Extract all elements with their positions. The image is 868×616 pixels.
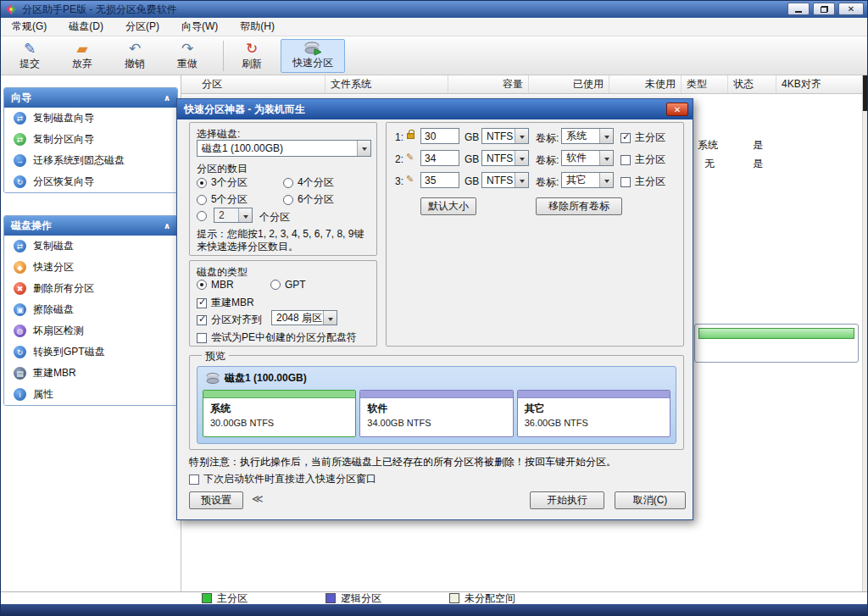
radio-4-partitions[interactable]: 4个分区 — [283, 175, 334, 190]
vertical-scrollbar[interactable] — [862, 75, 868, 591]
checkbox-label[interactable]: 分区对齐到 — [211, 313, 262, 327]
sidebar-item-partition-recovery[interactable]: ↻ 分区恢复向导 — [4, 171, 177, 192]
row2-fs-select[interactable]: NTFS — [481, 150, 529, 166]
scrollbar-thumb[interactable] — [863, 75, 868, 111]
radio-mbr[interactable]: MBR — [197, 279, 234, 291]
radio-icon[interactable] — [197, 195, 207, 205]
row3-vol-select[interactable]: 其它 — [561, 172, 614, 188]
undo-button[interactable]: ↶ 撤销 — [114, 39, 155, 73]
radio-5-partitions[interactable]: 5个分区 — [197, 192, 248, 207]
start-button[interactable]: 开始执行 — [530, 491, 604, 509]
col-4kb-align[interactable]: 4KB对齐 — [776, 75, 844, 93]
radio-icon[interactable] — [283, 178, 293, 188]
checkbox-label[interactable]: 下次启动软件时直接进入快速分区窗口 — [203, 472, 376, 486]
checkbox-icon[interactable] — [197, 298, 207, 308]
align-checkbox[interactable]: 分区对齐到 — [197, 313, 262, 327]
radio-icon[interactable] — [270, 280, 281, 290]
checkbox-icon[interactable] — [197, 315, 207, 325]
next-launch-checkbox[interactable]: 下次启动软件时直接进入快速分区窗口 — [189, 472, 376, 486]
maximize-button[interactable] — [813, 3, 835, 15]
radio-icon[interactable] — [283, 195, 293, 205]
sidebar-item-rebuild-mbr[interactable]: ▤ 重建MBR — [4, 363, 177, 384]
redo-button[interactable]: ↷ 重做 — [167, 39, 208, 73]
col-type[interactable]: 类型 — [682, 75, 728, 93]
sidebar-item-convert-gpt[interactable]: ↻ 转换到GPT磁盘 — [4, 341, 177, 363]
row1-vol-select[interactable]: 系统 — [561, 128, 614, 144]
disk-graph-panel[interactable] — [694, 324, 859, 363]
radio-gpt[interactable]: GPT — [270, 279, 306, 291]
row2-size-input[interactable]: 34 — [420, 150, 459, 166]
checkbox-label[interactable]: 主分区 — [635, 175, 665, 189]
menu-disk[interactable]: 磁盘(D) — [58, 18, 114, 36]
row3-primary-checkbox[interactable]: 主分区 — [620, 175, 665, 189]
sidebar-item-bad-sector-test[interactable]: ◍ 坏扇区检测 — [4, 320, 177, 341]
radio-3-partitions[interactable]: 3个分区 — [197, 175, 248, 190]
sidebar-item-properties[interactable]: i 属性 — [4, 384, 177, 405]
sidebar-item-wipe-disk[interactable]: ▣ 擦除磁盘 — [4, 299, 177, 320]
disk-select[interactable]: 磁盘1 (100.00GB) — [197, 140, 371, 157]
sidebar-item-migrate-os[interactable]: → 迁移系统到固态磁盘 — [4, 150, 177, 171]
quick-partition-button[interactable]: 快速分区 — [281, 39, 345, 73]
close-button[interactable]: ✕ — [838, 3, 864, 15]
wizard-panel-header[interactable]: 向导 ∧ — [4, 88, 177, 108]
col-filesystem[interactable]: 文件系统 — [326, 75, 448, 93]
radio-label[interactable]: 5个分区 — [211, 192, 248, 207]
custom-count-select[interactable]: 2 — [214, 208, 253, 223]
col-used[interactable]: 已使用 — [529, 75, 609, 93]
rebuild-mbr-checkbox[interactable]: 重建MBR — [197, 296, 254, 310]
collapse-icon[interactable]: ∧ — [164, 93, 170, 103]
row1-size-input[interactable]: 30 — [420, 128, 459, 144]
radio-label[interactable]: 6个分区 — [298, 192, 334, 207]
checkbox-label[interactable]: 主分区 — [635, 153, 665, 167]
discard-button[interactable]: ▰ 放弃 — [62, 39, 103, 73]
refresh-button[interactable]: ↻ 刷新 — [231, 39, 272, 73]
sidebar-item-delete-all-partitions[interactable]: ✖ 删除所有分区 — [4, 278, 177, 299]
checkbox-label[interactable]: 主分区 — [635, 130, 665, 145]
pe-assign-checkbox[interactable]: 尝试为PE中创建的分区分配盘符 — [197, 330, 357, 345]
align-select[interactable]: 2048 扇区 — [271, 310, 337, 325]
checkbox-icon[interactable] — [197, 333, 207, 343]
sidebar-item-copy-disk[interactable]: ⇄ 复制磁盘 — [4, 236, 177, 257]
radio-6-partitions[interactable]: 6个分区 — [283, 192, 334, 207]
checkbox-icon[interactable] — [620, 177, 631, 187]
collapse-icon[interactable]: ∧ — [164, 221, 170, 230]
radio-label[interactable]: GPT — [285, 279, 306, 291]
sidebar-item-quick-partition[interactable]: ◆ 快速分区 — [4, 257, 177, 278]
row3-fs-select[interactable]: NTFS — [481, 172, 529, 188]
default-size-button[interactable]: 默认大小 — [420, 197, 476, 215]
dialog-close-button[interactable]: ✕ — [666, 103, 688, 116]
checkbox-label[interactable]: 尝试为PE中创建的分区分配盘符 — [211, 330, 357, 345]
radio-label[interactable]: 3个分区 — [211, 175, 248, 190]
checkbox-icon[interactable] — [620, 155, 631, 165]
preset-button[interactable]: 预设置 — [189, 491, 243, 509]
menu-partition[interactable]: 分区(P) — [114, 18, 170, 36]
menu-help[interactable]: 帮助(H) — [229, 18, 286, 36]
sidebar-item-copy-partition-wizard[interactable]: ⇄ 复制分区向导 — [4, 129, 177, 150]
sidebar-item-copy-disk-wizard[interactable]: ⇄ 复制磁盘向导 — [4, 108, 177, 129]
row1-primary-checkbox[interactable]: 主分区 — [620, 130, 665, 145]
minimize-button[interactable] — [787, 3, 810, 15]
submit-button[interactable]: ✎ 提交 — [9, 39, 50, 73]
checkbox-icon[interactable] — [620, 133, 631, 143]
radio-label[interactable]: MBR — [211, 279, 234, 291]
radio-icon[interactable] — [197, 280, 207, 290]
remove-all-labels-button[interactable]: 移除所有卷标 — [536, 197, 622, 215]
radio-icon[interactable] — [197, 178, 207, 188]
row1-fs-select[interactable]: NTFS — [481, 128, 529, 144]
cancel-button[interactable]: 取消(C) — [615, 491, 686, 509]
radio-custom-count[interactable] — [197, 211, 207, 221]
col-capacity[interactable]: 容量 — [448, 75, 529, 93]
menu-general[interactable]: 常规(G) — [1, 18, 58, 36]
checkbox-label[interactable]: 重建MBR — [211, 296, 254, 310]
checkbox-icon[interactable] — [189, 474, 199, 485]
radio-label[interactable]: 4个分区 — [298, 175, 334, 190]
radio-icon[interactable] — [197, 211, 207, 221]
menu-wizard[interactable]: 向导(W) — [170, 18, 229, 36]
col-status[interactable]: 状态 — [728, 75, 776, 93]
disk-ops-panel-header[interactable]: 磁盘操作 ∧ — [4, 216, 177, 236]
fold-arrows-icon[interactable]: ≪ — [252, 492, 264, 505]
row2-vol-select[interactable]: 软件 — [561, 150, 614, 166]
row3-size-input[interactable]: 35 — [420, 172, 459, 188]
col-unused[interactable]: 未使用 — [609, 75, 682, 93]
row2-primary-checkbox[interactable]: 主分区 — [620, 153, 665, 167]
